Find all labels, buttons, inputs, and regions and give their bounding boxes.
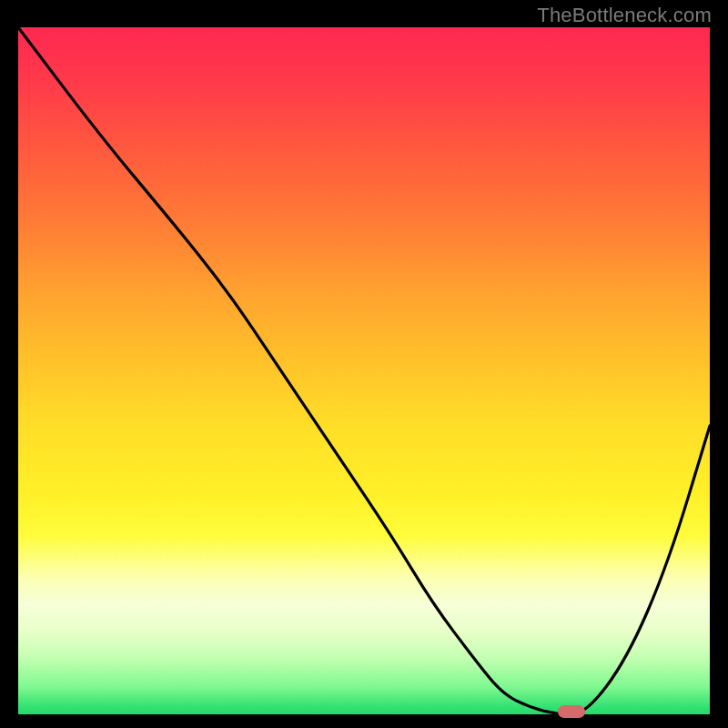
bottleneck-curve-svg bbox=[18, 27, 710, 714]
optimal-marker bbox=[558, 705, 585, 718]
plot-area bbox=[18, 27, 710, 714]
bottleneck-curve-path bbox=[18, 27, 710, 714]
watermark-text: TheBottleneck.com bbox=[537, 4, 712, 27]
chart-container: TheBottleneck.com bbox=[0, 0, 728, 728]
